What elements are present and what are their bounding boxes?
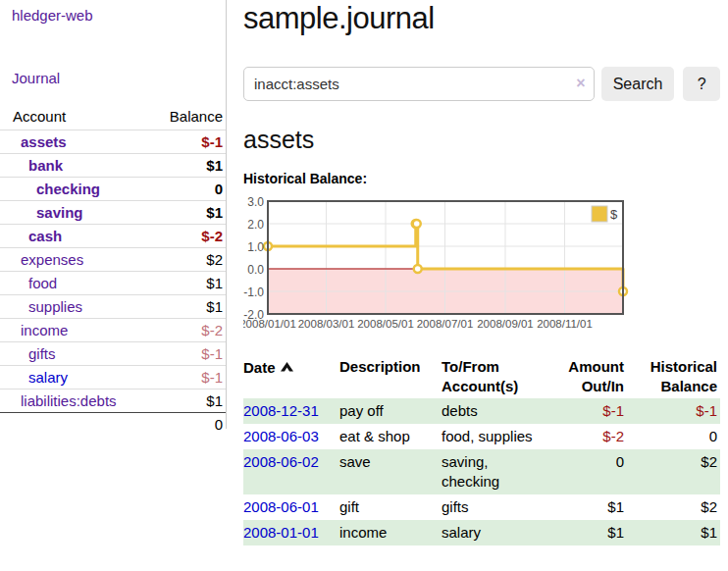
transaction-balance: $1 bbox=[627, 520, 720, 545]
register-col-date[interactable]: Date bbox=[243, 354, 339, 398]
register-rows: 2008-12-31pay offdebts$-1$-12008-06-03ea… bbox=[243, 398, 720, 545]
register-col-description: Description bbox=[339, 354, 442, 398]
app-title-link[interactable]: hledger-web bbox=[12, 7, 226, 24]
transaction-balance: 0 bbox=[627, 424, 720, 449]
transaction-date-link[interactable]: 2008-01-01 bbox=[243, 524, 319, 541]
transaction-accounts: saving, checking bbox=[442, 449, 549, 494]
legend-label: $ bbox=[610, 207, 618, 222]
accounts-col-balance: Balance bbox=[147, 105, 226, 130]
clear-search-icon[interactable]: × bbox=[576, 74, 585, 93]
account-row: assets$-1 bbox=[0, 130, 226, 153]
account-balance: $-2 bbox=[147, 318, 226, 341]
sidebar-account-link-saving[interactable]: saving bbox=[36, 204, 83, 221]
transaction-description: income bbox=[339, 520, 442, 545]
sidebar-account-link-liabilities-debts[interactable]: liabilities:debts bbox=[21, 392, 117, 409]
page-title: sample.journal bbox=[243, 0, 720, 38]
transaction-amount: $1 bbox=[549, 494, 627, 520]
account-balance: 0 bbox=[147, 177, 226, 200]
transaction-description: pay off bbox=[339, 398, 442, 424]
y-axis-tick-label: -1.0 bbox=[243, 286, 264, 299]
data-point-marker bbox=[413, 220, 421, 228]
register-col-balance: Historical Balance bbox=[627, 354, 720, 398]
transaction-accounts: debts bbox=[442, 398, 549, 424]
accounts-total-value: 0 bbox=[147, 412, 226, 436]
transaction-date-link[interactable]: 2008-06-03 bbox=[243, 428, 319, 444]
transaction-balance: $2 bbox=[627, 449, 720, 494]
historical-balance-chart: $3.02.01.00.0-1.0-2.02008/01/012008/03/0… bbox=[243, 193, 636, 334]
sidebar-account-link-bank[interactable]: bank bbox=[28, 157, 63, 174]
search-form: × Search ? bbox=[243, 67, 720, 101]
transaction-balance: $2 bbox=[627, 494, 720, 520]
sidebar-account-link-income[interactable]: income bbox=[21, 322, 68, 338]
account-row: salary$-1 bbox=[0, 365, 226, 389]
account-row: expenses$2 bbox=[0, 247, 226, 271]
account-balance: $-2 bbox=[147, 224, 226, 247]
account-row: saving$1 bbox=[0, 200, 226, 224]
sidebar: hledger-web Journal Account Balance asse… bbox=[0, 0, 227, 429]
account-balance: $1 bbox=[147, 389, 226, 412]
transaction-amount: 0 bbox=[549, 449, 627, 494]
register-header-row: Date Description To/From Account(s) Amou… bbox=[243, 354, 720, 398]
sidebar-account-link-gifts[interactable]: gifts bbox=[28, 345, 56, 362]
accounts-col-account: Account bbox=[0, 105, 147, 130]
account-balance: $1 bbox=[147, 294, 226, 318]
sidebar-account-link-food[interactable]: food bbox=[28, 275, 57, 291]
account-heading: assets bbox=[243, 126, 720, 156]
register-col-date-label: Date bbox=[243, 359, 276, 376]
accounts-table: Account Balance assets$-1bank$1checking0… bbox=[0, 105, 226, 436]
register-row: 2008-06-02savesaving, checking0$2 bbox=[243, 449, 720, 494]
register-col-account: To/From Account(s) bbox=[442, 354, 549, 398]
account-row: checking0 bbox=[0, 177, 226, 200]
y-axis-tick-label: 3.0 bbox=[247, 195, 264, 209]
account-row: supplies$1 bbox=[0, 294, 226, 318]
account-row: bank$1 bbox=[0, 153, 226, 177]
transaction-description: save bbox=[339, 449, 442, 494]
transaction-amount: $1 bbox=[549, 520, 627, 545]
account-balance: $1 bbox=[147, 271, 226, 294]
y-axis-tick-label: 2.0 bbox=[247, 218, 264, 232]
search-input[interactable] bbox=[243, 67, 595, 101]
account-balance: $1 bbox=[147, 153, 226, 177]
search-button[interactable]: Search bbox=[601, 67, 675, 101]
x-axis-tick-label: 2008/05/01 bbox=[357, 318, 414, 330]
transaction-accounts: salary bbox=[442, 520, 549, 545]
account-row: cash$-2 bbox=[0, 224, 226, 247]
sidebar-item-journal[interactable]: Journal bbox=[12, 70, 226, 86]
x-axis-tick-label: 2008/01/01 bbox=[243, 318, 296, 330]
transaction-date-link[interactable]: 2008-12-31 bbox=[243, 402, 319, 419]
register-row: 2008-06-03eat & shopfood, supplies$-20 bbox=[243, 424, 720, 449]
x-axis-tick-label: 2008/07/01 bbox=[417, 318, 474, 330]
sidebar-account-link-expenses[interactable]: expenses bbox=[21, 251, 83, 268]
account-row: food$1 bbox=[0, 271, 226, 294]
sidebar-account-link-checking[interactable]: checking bbox=[36, 181, 100, 197]
transaction-description: gift bbox=[339, 494, 442, 520]
transaction-date-link[interactable]: 2008-06-01 bbox=[243, 498, 319, 515]
transaction-balance: $-1 bbox=[627, 398, 720, 424]
chart-title: Historical Balance: bbox=[243, 171, 720, 188]
transaction-amount: $-1 bbox=[549, 398, 627, 424]
x-axis-tick-label: 2008/09/01 bbox=[477, 318, 534, 330]
account-row: liabilities:debts$1 bbox=[0, 389, 226, 412]
sidebar-account-link-supplies[interactable]: supplies bbox=[28, 298, 82, 315]
y-axis-tick-label: 0.0 bbox=[247, 263, 264, 277]
account-rows: assets$-1bank$1checking0saving$1cash$-2e… bbox=[0, 130, 226, 412]
sidebar-account-link-cash[interactable]: cash bbox=[28, 228, 62, 244]
register-table: Date Description To/From Account(s) Amou… bbox=[243, 354, 720, 545]
account-balance: $-1 bbox=[147, 130, 226, 153]
accounts-total-row: 0 bbox=[0, 412, 226, 436]
account-balance: $1 bbox=[147, 200, 226, 224]
sidebar-account-link-salary[interactable]: salary bbox=[28, 369, 68, 386]
transaction-accounts: gifts bbox=[442, 494, 549, 520]
transaction-amount: $-2 bbox=[549, 424, 627, 449]
help-button[interactable]: ? bbox=[683, 67, 720, 101]
transaction-accounts: food, supplies bbox=[442, 424, 549, 449]
register-row: 2008-12-31pay offdebts$-1$-1 bbox=[243, 398, 720, 424]
transaction-date-link[interactable]: 2008-06-02 bbox=[243, 453, 319, 470]
account-row: gifts$-1 bbox=[0, 341, 226, 365]
sidebar-account-link-assets[interactable]: assets bbox=[21, 133, 67, 150]
register-col-amount: Amount Out/In bbox=[549, 354, 627, 398]
account-row: income$-2 bbox=[0, 318, 226, 341]
account-balance: $-1 bbox=[147, 341, 226, 365]
transaction-description: eat & shop bbox=[339, 424, 442, 449]
sort-ascending-icon bbox=[281, 357, 293, 377]
